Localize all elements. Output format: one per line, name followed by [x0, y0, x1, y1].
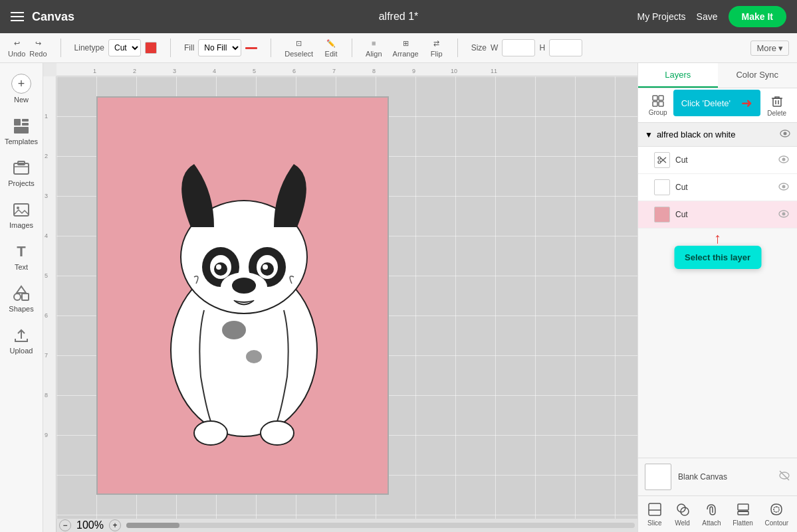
arrange-button[interactable]: ⊞ Arrange	[393, 38, 419, 58]
size-group: Size W H	[471, 39, 582, 56]
svg-rect-32	[653, 102, 657, 106]
layer-group-eye-icon[interactable]	[780, 128, 790, 141]
sidebar-item-new[interactable]: + New	[2, 68, 41, 109]
sidebar-item-projects[interactable]: Projects	[2, 153, 41, 193]
design-canvas[interactable]	[96, 96, 389, 495]
tab-color-sync[interactable]: Color Sync	[718, 63, 798, 88]
linetype-label: Linetype	[74, 43, 104, 52]
redo-button[interactable]: ↪ Redo	[29, 38, 47, 58]
tab-layers[interactable]: Layers	[638, 63, 718, 88]
ruler-tick-v1: 1	[45, 113, 57, 120]
canvas-area[interactable]: 1 2 3 4 5 6 7 8 9 10 11 1 2 3 4 5 6 7 8 …	[43, 63, 637, 532]
more-button[interactable]: More ▾	[750, 41, 789, 56]
click-delete-tooltip: Click 'Delete' ➜	[673, 90, 760, 116]
my-projects-link[interactable]: My Projects	[637, 11, 685, 22]
svg-line-49	[661, 157, 666, 162]
deselect-button[interactable]: ⊡ Deselect	[285, 38, 313, 58]
layer-eye-3[interactable]	[778, 209, 789, 221]
ruler-tick-6: 6	[292, 68, 296, 74]
navbar-right: My Projects Save Make It	[637, 6, 786, 27]
sidebar-item-text-label: Text	[15, 263, 28, 271]
collapse-icon: ▼	[645, 130, 653, 139]
hide-canvas-icon[interactable]	[778, 470, 790, 484]
edit-icon: ✏️	[324, 38, 338, 48]
ruler-tick-9: 9	[412, 68, 415, 74]
group-button[interactable]: Group	[646, 93, 670, 118]
right-panel-tabs: Layers Color Sync	[638, 63, 797, 88]
dog-illustration	[98, 98, 389, 495]
svg-rect-2	[22, 123, 29, 126]
linetype-color[interactable]	[145, 42, 157, 54]
weld-icon	[675, 501, 691, 517]
new-icon: +	[11, 74, 31, 94]
layer-eye-2[interactable]	[778, 181, 789, 194]
group-icon	[651, 94, 665, 108]
ruler-tick-1: 1	[93, 68, 96, 74]
slice-button[interactable]: Slice	[647, 501, 663, 527]
svg-rect-58	[649, 503, 661, 515]
select-layer-tooltip[interactable]: Select this layer	[674, 246, 761, 269]
flip-button[interactable]: ⇄ Flip	[429, 38, 444, 58]
layer-thumb-2	[654, 179, 670, 195]
slice-icon	[647, 501, 663, 517]
menu-icon[interactable]	[11, 12, 24, 21]
make-it-button[interactable]: Make It	[729, 6, 786, 27]
sidebar-item-projects-label: Projects	[8, 179, 35, 187]
linetype-group: Linetype Cut	[74, 39, 157, 56]
ruler-tick-v5: 5	[45, 272, 57, 279]
svg-rect-33	[659, 102, 663, 106]
width-input[interactable]	[502, 39, 535, 56]
flatten-button[interactable]: Flatten	[733, 501, 753, 527]
text-icon: T	[12, 242, 31, 261]
toolbar-right: More ▾	[750, 41, 789, 56]
layer-eye-1[interactable]	[778, 154, 789, 167]
contour-button[interactable]: Contour	[765, 501, 789, 527]
zoom-in-button[interactable]: +	[109, 519, 121, 531]
attach-label: Attach	[702, 519, 721, 527]
fill-select[interactable]: No Fill	[198, 39, 241, 56]
layer-row-1[interactable]: Cut	[638, 147, 797, 174]
canvas-content[interactable]	[57, 76, 637, 519]
zoom-out-button[interactable]: −	[59, 519, 71, 531]
attach-button[interactable]: Attach	[702, 501, 721, 527]
up-arrow-icon: ↑	[714, 231, 721, 246]
sidebar-item-shapes[interactable]: Shapes	[2, 279, 41, 318]
sidebar-item-text[interactable]: T Text	[2, 237, 41, 276]
fill-color-indicator	[245, 47, 257, 49]
templates-icon	[12, 117, 31, 135]
sidebar-item-upload[interactable]: Upload	[2, 321, 41, 360]
divider-3	[271, 39, 271, 57]
svg-point-45	[784, 132, 787, 135]
delete-button[interactable]: Delete	[764, 92, 789, 118]
images-icon	[12, 201, 31, 219]
edit-button[interactable]: ✏️ Edit	[324, 38, 338, 58]
scroll-track[interactable]	[126, 523, 635, 528]
undo-button[interactable]: ↩ Undo	[8, 38, 25, 58]
layer-name-1: Cut	[675, 155, 773, 165]
sidebar-item-images[interactable]: Images	[2, 195, 41, 234]
toolbar: ↩ Undo ↪ Redo Linetype Cut Fill No Fill …	[0, 33, 797, 63]
layer-row-3[interactable]: Cut ↑ Select this layer	[638, 201, 797, 228]
layer-group-header[interactable]: ▼ alfred black on white	[638, 123, 797, 147]
svg-rect-63	[738, 504, 748, 510]
height-input[interactable]	[549, 39, 582, 56]
weld-label: Weld	[675, 519, 690, 527]
linetype-select[interactable]: Cut	[108, 39, 141, 56]
save-button[interactable]: Save	[697, 11, 718, 22]
svg-point-46	[658, 157, 661, 159]
ruler-tick-v4: 4	[45, 232, 57, 239]
layer-row-2[interactable]: Cut	[638, 174, 797, 201]
svg-point-55	[782, 212, 786, 215]
flatten-label: Flatten	[733, 519, 753, 527]
align-button[interactable]: ≡ Align	[366, 38, 382, 58]
weld-button[interactable]: Weld	[675, 501, 691, 527]
scroll-thumb[interactable]	[126, 523, 179, 528]
ruler-tick-v6: 6	[45, 312, 57, 319]
sidebar-item-templates[interactable]: Templates	[2, 112, 41, 151]
svg-rect-3	[14, 127, 29, 133]
attach-icon	[703, 501, 719, 517]
sidebar-item-new-label: New	[14, 96, 29, 104]
svg-point-51	[782, 157, 786, 161]
svg-rect-1	[22, 119, 29, 122]
svg-point-61	[681, 507, 689, 515]
